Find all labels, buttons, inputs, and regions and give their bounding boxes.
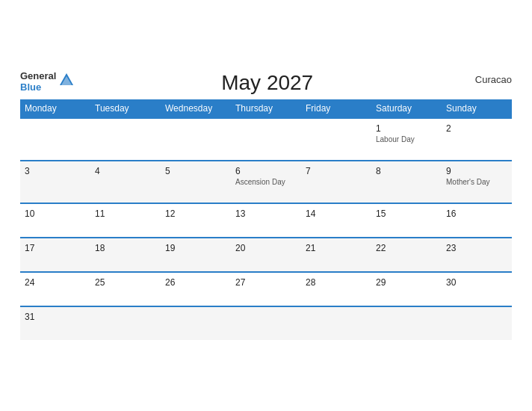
day-number: 3 bbox=[25, 166, 86, 176]
day-number: 1 bbox=[376, 123, 437, 134]
calendar-cell bbox=[301, 118, 371, 161]
week-row-1: 3456Ascension Day789Mother's Day bbox=[20, 161, 512, 203]
calendar-cell: 30 bbox=[442, 272, 512, 306]
calendar-cell: 19 bbox=[161, 238, 231, 272]
weekday-header-row: Monday Tuesday Wednesday Thursday Friday… bbox=[20, 99, 512, 118]
day-number: 18 bbox=[95, 243, 156, 253]
calendar-cell: 1Labour Day bbox=[371, 118, 442, 161]
day-number: 22 bbox=[376, 243, 437, 253]
calendar-cell: 3 bbox=[20, 161, 90, 203]
calendar-header: General Blue May 2027 Curacao bbox=[20, 71, 512, 95]
calendar-cell: 15 bbox=[371, 203, 442, 238]
calendar-cell: 5 bbox=[161, 161, 231, 203]
calendar-cell: 11 bbox=[90, 203, 161, 238]
week-row-4: 24252627282930 bbox=[20, 272, 512, 306]
day-number: 16 bbox=[446, 208, 507, 219]
logo-blue: Blue bbox=[20, 82, 56, 93]
calendar-cell bbox=[371, 306, 442, 340]
weekday-sunday: Sunday bbox=[442, 99, 512, 118]
calendar-cell bbox=[442, 306, 512, 340]
calendar-cell: 18 bbox=[90, 238, 161, 272]
calendar-cell: 29 bbox=[371, 272, 442, 306]
day-number: 17 bbox=[25, 243, 86, 253]
day-number: 13 bbox=[235, 208, 297, 219]
day-number: 14 bbox=[306, 208, 367, 219]
week-row-0: 1Labour Day2 bbox=[20, 118, 512, 161]
logo-icon bbox=[58, 72, 75, 91]
calendar-cell bbox=[231, 306, 301, 340]
weekday-friday: Friday bbox=[301, 99, 371, 118]
logo-general: General bbox=[20, 71, 56, 82]
day-number: 15 bbox=[376, 208, 437, 219]
day-number: 23 bbox=[446, 243, 507, 253]
calendar-cell: 13 bbox=[231, 203, 301, 238]
day-number: 25 bbox=[95, 277, 156, 288]
calendar-grid: Monday Tuesday Wednesday Thursday Friday… bbox=[20, 99, 512, 340]
day-number: 11 bbox=[95, 208, 156, 219]
calendar-container: General Blue May 2027 Curacao Monday Tue… bbox=[8, 64, 524, 347]
calendar-cell: 6Ascension Day bbox=[231, 161, 301, 203]
calendar-cell bbox=[161, 306, 231, 340]
calendar-cell: 28 bbox=[301, 272, 371, 306]
calendar-cell bbox=[161, 118, 231, 161]
calendar-cell: 17 bbox=[20, 238, 90, 272]
logo: General Blue bbox=[20, 71, 75, 93]
calendar-cell: 31 bbox=[20, 306, 90, 340]
day-number: 31 bbox=[25, 312, 86, 322]
calendar-cell bbox=[231, 118, 301, 161]
day-number: 27 bbox=[235, 277, 297, 288]
calendar-cell: 10 bbox=[20, 203, 90, 238]
weekday-monday: Monday bbox=[20, 99, 90, 118]
day-number: 2 bbox=[446, 123, 507, 134]
day-number: 21 bbox=[306, 243, 367, 253]
day-number: 5 bbox=[165, 166, 226, 176]
day-number: 19 bbox=[165, 243, 226, 253]
day-number: 24 bbox=[25, 277, 86, 288]
day-number: 29 bbox=[376, 277, 437, 288]
calendar-cell: 2 bbox=[442, 118, 512, 161]
day-number: 9 bbox=[446, 166, 507, 176]
weekday-tuesday: Tuesday bbox=[90, 99, 161, 118]
weekday-thursday: Thursday bbox=[231, 99, 301, 118]
calendar-cell: 4 bbox=[90, 161, 161, 203]
weekday-saturday: Saturday bbox=[371, 99, 442, 118]
weekday-wednesday: Wednesday bbox=[161, 99, 231, 118]
day-number: 4 bbox=[95, 166, 156, 176]
week-row-3: 17181920212223 bbox=[20, 238, 512, 272]
month-title: May 2027 bbox=[75, 71, 460, 95]
region-label: Curacao bbox=[460, 71, 512, 85]
calendar-cell: 12 bbox=[161, 203, 231, 238]
day-number: 28 bbox=[306, 277, 367, 288]
day-number: 10 bbox=[25, 208, 86, 219]
day-number: 7 bbox=[306, 166, 367, 176]
holiday-label: Ascension Day bbox=[235, 178, 297, 186]
calendar-cell: 27 bbox=[231, 272, 301, 306]
calendar-cell: 24 bbox=[20, 272, 90, 306]
week-row-5: 31 bbox=[20, 306, 512, 340]
calendar-cell: 14 bbox=[301, 203, 371, 238]
calendar-cell: 9Mother's Day bbox=[442, 161, 512, 203]
day-number: 26 bbox=[165, 277, 226, 288]
calendar-cell: 16 bbox=[442, 203, 512, 238]
calendar-cell bbox=[90, 118, 161, 161]
week-row-2: 10111213141516 bbox=[20, 203, 512, 238]
calendar-cell: 23 bbox=[442, 238, 512, 272]
day-number: 12 bbox=[165, 208, 226, 219]
calendar-cell: 22 bbox=[371, 238, 442, 272]
calendar-cell bbox=[20, 118, 90, 161]
calendar-cell: 26 bbox=[161, 272, 231, 306]
day-number: 20 bbox=[235, 243, 297, 253]
calendar-cell bbox=[90, 306, 161, 340]
holiday-label: Mother's Day bbox=[446, 178, 507, 186]
calendar-cell: 25 bbox=[90, 272, 161, 306]
calendar-cell bbox=[301, 306, 371, 340]
day-number: 8 bbox=[376, 166, 437, 176]
calendar-cell: 20 bbox=[231, 238, 301, 272]
calendar-cell: 7 bbox=[301, 161, 371, 203]
holiday-label: Labour Day bbox=[376, 135, 437, 143]
day-number: 30 bbox=[446, 277, 507, 288]
day-number: 6 bbox=[235, 166, 297, 176]
calendar-cell: 8 bbox=[371, 161, 442, 203]
calendar-cell: 21 bbox=[301, 238, 371, 272]
